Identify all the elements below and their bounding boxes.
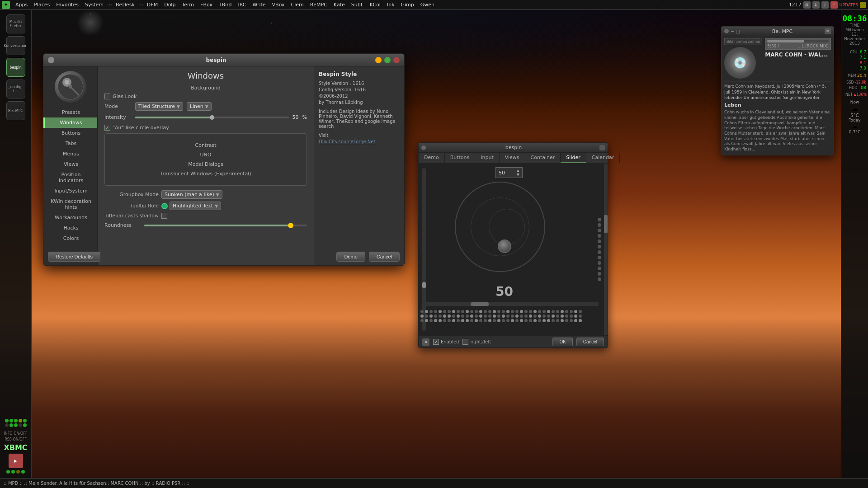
titlebar-shadow-checkbox[interactable] <box>161 213 167 219</box>
contrast-item[interactable]: Contrast <box>112 141 300 150</box>
roundness-knob[interactable] <box>288 223 293 228</box>
bempc-close-btn[interactable] <box>724 29 729 33</box>
demo-tab-container[interactable]: Container <box>525 153 561 163</box>
nav-position-indicators[interactable]: Position Indicators <box>43 169 97 186</box>
demo-scrollbar-thumb[interactable] <box>604 215 608 233</box>
sidebar-item-config[interactable]: _config-t... <box>6 80 25 99</box>
demo-tab-views[interactable]: Views <box>500 153 525 163</box>
taskbar-vbox[interactable]: VBox <box>269 1 288 9</box>
bempc-settings-btn[interactable]: ≡ <box>825 28 831 34</box>
taskbar-places[interactable]: Places <box>31 1 52 9</box>
glas-look-checkbox[interactable] <box>104 94 110 99</box>
nav-windows[interactable]: Windows <box>43 117 97 128</box>
taskbar-tbird[interactable]: TBird <box>216 1 235 9</box>
enabled-checkbox[interactable] <box>433 339 439 345</box>
demo-tab-input[interactable]: Input <box>475 153 499 163</box>
taskbar-gimp[interactable]: Gimp <box>398 1 417 9</box>
taskbar-favorites[interactable]: Favorites <box>53 1 81 9</box>
bespin-close-icon[interactable] <box>48 57 54 63</box>
terminal-icon[interactable]: ▶ <box>9 454 23 468</box>
taskbar-irc[interactable]: IRC <box>236 1 249 9</box>
visit-link[interactable]: OliviCity.sourceForge.Net <box>319 139 400 144</box>
taskbar-clem[interactable]: Clem <box>288 1 307 9</box>
taskbar-term[interactable]: Term <box>179 1 197 9</box>
taskbar-bedesk[interactable]: BeDesk <box>113 1 137 9</box>
taskbar-ink[interactable]: Ink <box>384 1 397 9</box>
bespin-close-btn[interactable] <box>393 57 400 63</box>
roundness-slider[interactable] <box>144 225 307 226</box>
nav-buttons[interactable]: Buttons <box>43 128 97 138</box>
taskbar-dfm[interactable]: DFM <box>144 1 160 9</box>
uno-item[interactable]: UNO <box>112 150 300 160</box>
mode-select1[interactable]: Tiled Structure ▼ <box>135 102 183 111</box>
demo-right2left-check[interactable]: right2left <box>462 339 491 345</box>
bempc-max-btn[interactable]: □ <box>736 29 740 34</box>
sidebar-item-firefox[interactable]: Mozilla Firefox <box>6 14 25 33</box>
demo-corner-btn[interactable] <box>599 145 605 150</box>
taskbar-kate[interactable]: Kate <box>331 1 348 9</box>
demo-spin-down[interactable]: ▼ <box>517 173 519 177</box>
nav-workarounds[interactable]: Workarounds <box>43 212 97 223</box>
bempc-min-btn[interactable]: − <box>731 29 734 34</box>
rss-on-label[interactable]: RSS ON/OFF <box>5 437 27 441</box>
mode-select2[interactable]: Linen ▼ <box>187 102 212 111</box>
demo-center-knob[interactable] <box>498 239 511 253</box>
cancel-button[interactable]: Cancel <box>369 252 400 262</box>
air-overlay-row[interactable]: "Air" like circle overlay <box>104 125 307 131</box>
xbmc-label[interactable]: XBMC <box>4 443 27 452</box>
nav-tabs[interactable]: Tabs <box>43 138 97 149</box>
glas-look-row[interactable]: Glas Look <box>104 94 307 99</box>
tooltip-radio[interactable] <box>161 203 168 209</box>
nav-views[interactable]: Views <box>43 159 97 169</box>
demo-tab-slider[interactable]: Slider <box>561 153 586 163</box>
taskbar-bempc[interactable]: BeMPC <box>307 1 330 9</box>
nav-menus[interactable]: Menus <box>43 149 97 159</box>
modal-item[interactable]: Modal Dialogs <box>112 160 300 169</box>
system-icon[interactable]: ✦ <box>2 1 10 9</box>
demo-x-btn[interactable]: ✕ <box>422 338 429 346</box>
intensity-slider[interactable] <box>135 117 289 118</box>
demo-spinbox[interactable]: 50 ▲ ▼ <box>495 167 523 178</box>
taskbar-updates-icon[interactable]: ! <box>830 1 838 9</box>
restore-defaults-button[interactable]: Restore Defaults <box>48 252 100 262</box>
nav-kwin-hints[interactable]: KWin decoration hints <box>43 196 97 212</box>
taskbar-subl[interactable]: SubL <box>349 1 366 9</box>
right2left-checkbox[interactable] <box>462 339 468 345</box>
demo-button[interactable]: Demo <box>336 252 365 262</box>
demo-vertical-thumb[interactable] <box>422 282 426 288</box>
taskbar-dolp[interactable]: Dolp <box>161 1 178 9</box>
demo-tab-calendar[interactable]: Calendar <box>586 153 620 163</box>
bespin-maximize-btn[interactable] <box>384 57 391 63</box>
demo-enabled-check[interactable]: Enabled <box>433 339 459 345</box>
info-on-label[interactable]: INFO ON/OFF <box>4 432 27 436</box>
demo-cancel-button[interactable]: Cancel <box>576 338 604 346</box>
demo-vertical-slider[interactable] <box>422 168 426 331</box>
demo-h-scrollbar[interactable] <box>425 302 599 306</box>
intensity-knob[interactable] <box>210 115 214 120</box>
demo-close-icon[interactable] <box>421 145 426 150</box>
date-line1: Mittwoch <box>845 28 864 32</box>
demo-tab-buttons[interactable]: Buttons <box>445 153 476 163</box>
nav-colors[interactable]: Colors <box>43 233 97 244</box>
translucent-item[interactable]: Translucent Windows (Experimental) <box>112 169 300 178</box>
taskbar-apps[interactable]: Apps <box>13 1 30 9</box>
demo-h-scrollbar-thumb[interactable] <box>471 302 489 306</box>
taskbar-fbox[interactable]: FBox <box>198 1 215 9</box>
demo-spin-up[interactable]: ▲ <box>517 169 519 173</box>
bespin-minimize-btn[interactable] <box>375 57 382 63</box>
taskbar-write[interactable]: Write <box>250 1 269 9</box>
nav-presets[interactable]: Presets <box>43 107 97 117</box>
sidebar-item-konversation[interactable]: Konversation <box>6 36 25 55</box>
groupbox-select[interactable]: Sunken (mac-a-like) ▼ <box>161 190 222 199</box>
taskbar-gwen[interactable]: Gwen <box>418 1 437 9</box>
nav-input-system[interactable]: Input/System <box>43 186 97 196</box>
sidebar-item-bespin[interactable]: bespin <box>6 58 25 77</box>
nav-hacks[interactable]: Hacks <box>43 223 97 233</box>
air-overlay-checkbox[interactable] <box>104 125 110 131</box>
sidebar-item-bempc[interactable]: Be::MPC <box>6 101 25 120</box>
taskbar-kcol[interactable]: KCol <box>367 1 383 9</box>
taskbar-system[interactable]: System <box>82 1 106 9</box>
demo-ok-button[interactable]: OK <box>552 338 572 346</box>
demo-tab-demo[interactable]: Demo <box>419 153 445 163</box>
tooltip-select[interactable]: Highlighted Text ▼ <box>170 202 221 210</box>
